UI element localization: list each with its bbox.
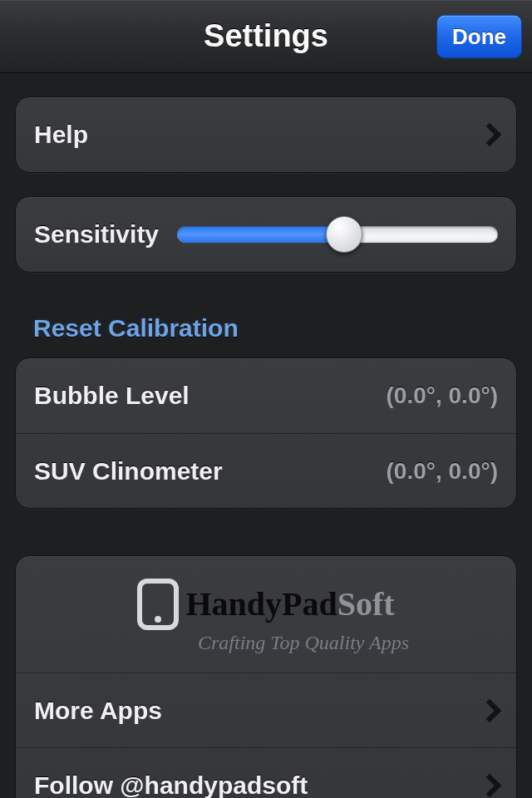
brand-row: HandyPadSoft Crafting Top Quality Apps xyxy=(16,556,516,672)
follow-row[interactable]: Follow @handypadsoft xyxy=(16,747,516,798)
chevron-right-icon xyxy=(478,698,501,722)
chevron-right-icon xyxy=(478,773,501,796)
more-apps-row[interactable]: More Apps xyxy=(16,672,516,747)
chevron-right-icon xyxy=(478,123,501,146)
more-apps-label: More Apps xyxy=(34,697,162,725)
brand-logo-row: HandyPadSoft xyxy=(137,579,394,630)
bubble-level-label: Bubble Level xyxy=(34,382,190,410)
brand-name-grey: Soft xyxy=(337,585,395,623)
reset-calibration-header: Reset Calibration xyxy=(15,314,517,347)
sensitivity-row: Sensitivity xyxy=(16,197,516,272)
slider-thumb[interactable] xyxy=(326,216,362,253)
slider-fill xyxy=(177,226,344,243)
brand-name: HandyPadSoft xyxy=(185,584,394,623)
brand-name-dark: HandyPad xyxy=(185,585,337,623)
navbar: Settings Done xyxy=(0,0,532,73)
help-group: Help xyxy=(15,96,517,173)
sensitivity-label: Sensitivity xyxy=(34,220,159,249)
brand-tagline: Crafting Top Quality Apps xyxy=(198,632,409,654)
sensitivity-slider[interactable] xyxy=(177,226,498,243)
done-button[interactable]: Done xyxy=(436,14,522,58)
sensitivity-group: Sensitivity xyxy=(15,196,517,273)
help-label: Help xyxy=(34,121,88,149)
content: Help Sensitivity Reset Calibration Bubbl… xyxy=(0,96,532,798)
bubble-level-row[interactable]: Bubble Level (0.0°, 0.0°) xyxy=(16,358,516,433)
help-row[interactable]: Help xyxy=(16,97,516,172)
about-group: HandyPadSoft Crafting Top Quality Apps M… xyxy=(15,555,517,798)
page-title: Settings xyxy=(204,18,328,54)
suv-clinometer-label: SUV Clinometer xyxy=(34,457,223,485)
tablet-icon xyxy=(137,579,179,630)
bubble-level-value: (0.0°, 0.0°) xyxy=(387,382,498,409)
suv-clinometer-row[interactable]: SUV Clinometer (0.0°, 0.0°) xyxy=(16,433,516,508)
follow-label: Follow @handypadsoft xyxy=(34,771,308,799)
reset-calibration-group: Bubble Level (0.0°, 0.0°) SUV Clinometer… xyxy=(15,357,517,509)
suv-clinometer-value: (0.0°, 0.0°) xyxy=(387,458,498,485)
